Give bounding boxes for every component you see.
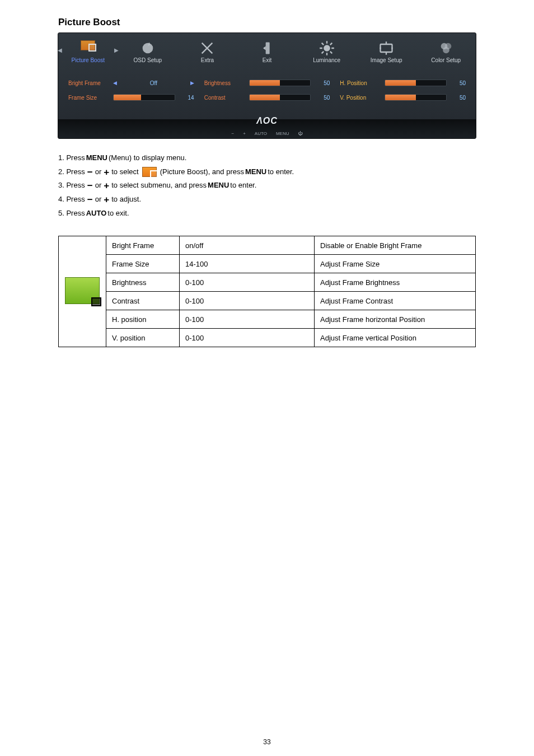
exit-icon — [259, 40, 275, 54]
cell: 0-100 — [180, 273, 315, 292]
label: Brightness — [204, 80, 245, 86]
row-brightness[interactable]: Brightness 50 — [204, 76, 330, 90]
footer-plus-icon: + — [243, 131, 246, 136]
tab-label: Image Setup — [357, 57, 416, 68]
cell: Bright Frame — [106, 236, 180, 255]
text: to select — [111, 165, 138, 179]
osd-col-3: H. Position 50 V. Position 50 — [340, 76, 466, 105]
text: or — [95, 179, 102, 193]
row-h-position[interactable]: H. Position 50 — [340, 76, 466, 90]
tab-extra[interactable]: Extra — [177, 37, 237, 68]
text: 1. Press — [58, 151, 85, 165]
label: Frame Size — [68, 95, 109, 101]
row-bright-frame[interactable]: Bright Frame ◀ Off ▶ — [68, 76, 194, 90]
table-row: Brightness 0-100 Adjust Frame Brightness — [59, 273, 476, 292]
cell: Adjust Frame Size — [315, 255, 476, 273]
text: 2. Press — [58, 165, 85, 179]
osd-col-2: Brightness 50 Contrast 50 — [204, 76, 330, 105]
osd-tab-row: ◀ Picture Boost ▶ OSD Setup Extra — [58, 33, 476, 68]
table-row: H. position 0-100 Adjust Frame horizonta… — [59, 310, 476, 329]
text: (Menu) to display menu. — [109, 151, 186, 165]
section-heading: Picture Boost — [0, 0, 534, 32]
table-icon-cell — [59, 236, 106, 347]
slider[interactable] — [385, 80, 447, 86]
table-row: Frame Size 14-100 Adjust Frame Size — [59, 255, 476, 273]
slider-fill — [385, 80, 415, 86]
tab-label: Luminance — [297, 57, 357, 68]
tab-label: Extra — [177, 57, 237, 68]
tab-color-setup[interactable]: Color Setup — [416, 37, 476, 68]
slider[interactable] — [113, 94, 175, 101]
picture-boost-icon — [80, 40, 96, 54]
cell: Adjust Frame Brightness — [315, 273, 476, 292]
cell: Contrast — [106, 292, 180, 310]
step-5: 5. Press AUTO to exit. — [58, 207, 476, 221]
value: Off — [121, 80, 186, 86]
image-setup-icon — [378, 40, 394, 54]
slider[interactable] — [385, 94, 447, 101]
tab-luminance[interactable]: Luminance — [297, 37, 357, 68]
picture-boost-icon — [142, 167, 157, 177]
arrow-left-icon: ◀ — [113, 80, 117, 86]
slider[interactable] — [249, 80, 311, 86]
tab-osd-setup[interactable]: OSD Setup — [118, 37, 178, 68]
cell: Disable or Enable Bright Frame — [315, 236, 476, 255]
text: to exit. — [107, 207, 129, 221]
value: 50 — [315, 95, 330, 101]
step-4: 4. Press − or + to adjust. — [58, 193, 476, 207]
cell: Frame Size — [106, 255, 180, 273]
extra-icon — [199, 40, 215, 54]
minus-key: − — [86, 167, 94, 177]
footer-auto: AUTO — [255, 131, 267, 136]
osd-footer: ΛOC − + AUTO MENU ⏻ — [58, 119, 476, 138]
chevron-left-icon: ◀ — [57, 47, 63, 53]
row-frame-size[interactable]: Frame Size 14 — [68, 90, 194, 105]
label: H. Position — [340, 80, 380, 86]
page-number: 33 — [0, 738, 534, 746]
cell: Adjust Frame vertical Position — [315, 329, 476, 347]
row-v-position[interactable]: V. Position 50 — [340, 90, 466, 105]
svg-point-6 — [443, 47, 449, 54]
luminance-icon — [319, 40, 335, 54]
tab-label: OSD Setup — [118, 57, 178, 68]
table-row: Bright Frame on/off Disable or Enable Br… — [59, 236, 476, 255]
footer-menu: MENU — [276, 131, 289, 136]
cell: 14-100 — [180, 255, 315, 273]
picture-boost-icon — [65, 277, 100, 304]
tab-label: Color Setup — [416, 57, 476, 68]
label: Contrast — [204, 95, 245, 101]
text: to adjust. — [111, 193, 141, 207]
label: V. Position — [340, 95, 380, 101]
value: 14 — [180, 95, 194, 101]
text: to enter. — [268, 165, 294, 179]
osd-col-1: Bright Frame ◀ Off ▶ Frame Size 14 — [68, 76, 194, 105]
cell: 0-100 — [180, 329, 315, 347]
row-contrast[interactable]: Contrast 50 — [204, 90, 330, 105]
plus-key: + — [102, 181, 110, 190]
tab-exit[interactable]: Exit — [237, 37, 297, 68]
text: or — [95, 193, 102, 207]
svg-point-2 — [324, 45, 330, 52]
label: Bright Frame — [68, 80, 109, 86]
auto-key: AUTO — [86, 207, 107, 221]
text: or — [95, 165, 102, 179]
step-2: 2. Press − or + to select (Picture Boost… — [58, 165, 476, 179]
value: 50 — [451, 95, 466, 101]
aoc-logo: ΛOC — [256, 116, 278, 126]
menu-key: MENU — [208, 179, 229, 193]
cell: H. position — [106, 310, 180, 329]
cell: V. position — [106, 329, 180, 347]
step-1: 1. Press MENU (Menu) to display menu. — [58, 151, 476, 165]
settings-table: Bright Frame on/off Disable or Enable Br… — [58, 236, 476, 347]
menu-key: MENU — [245, 165, 266, 179]
tab-image-setup[interactable]: Image Setup — [357, 37, 416, 68]
slider[interactable] — [249, 94, 311, 101]
cell: 0-100 — [180, 310, 315, 329]
settings-table-wrap: Bright Frame on/off Disable or Enable Br… — [0, 220, 534, 347]
text: 5. Press — [58, 207, 85, 221]
slider-fill — [250, 80, 280, 86]
tab-label: Picture Boost — [58, 57, 118, 68]
color-setup-icon — [438, 40, 454, 54]
tab-picture-boost[interactable]: ◀ Picture Boost ▶ — [58, 37, 118, 68]
svg-rect-3 — [381, 44, 392, 52]
